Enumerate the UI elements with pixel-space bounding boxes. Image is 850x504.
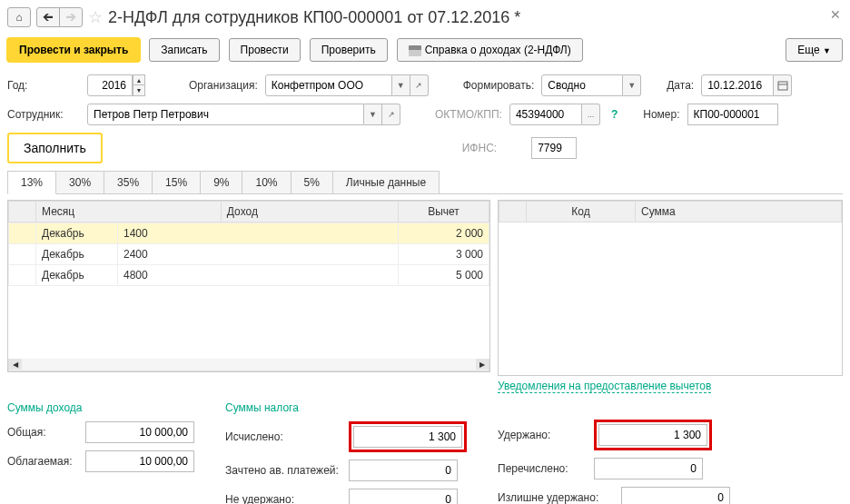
print-report-button[interactable]: Справка о доходах (2-НДФЛ) bbox=[397, 38, 583, 62]
back-button[interactable]: 🡨 bbox=[36, 7, 60, 27]
year-label: Год: bbox=[7, 79, 80, 92]
taxable-income-label: Облагаемая: bbox=[7, 455, 80, 468]
favorite-icon[interactable]: ☆ bbox=[88, 7, 103, 27]
total-income-input[interactable] bbox=[85, 421, 194, 443]
tax-transferred-input[interactable] bbox=[594, 458, 703, 479]
income-sums-header: Суммы дохода bbox=[7, 401, 207, 414]
deductions-link[interactable]: Уведомления на предоставление вычетов bbox=[498, 380, 711, 393]
employee-dropdown-button[interactable]: ▼ bbox=[364, 104, 382, 125]
date-input[interactable] bbox=[701, 74, 774, 96]
form-mode-input[interactable] bbox=[541, 74, 623, 96]
col-code[interactable]: Код bbox=[527, 202, 636, 222]
tab-15pct[interactable]: 15% bbox=[152, 171, 201, 193]
oktmo-input[interactable] bbox=[509, 104, 582, 125]
ifns-input[interactable] bbox=[531, 137, 577, 159]
help-icon[interactable]: ? bbox=[611, 108, 618, 121]
window-title: 2-НДФЛ для сотрудников КП00-000001 от 07… bbox=[108, 8, 520, 27]
tax-advance-label: Зачтено ав. платежей: bbox=[225, 464, 343, 477]
tax-sums-header: Суммы налога bbox=[225, 401, 479, 414]
year-input[interactable] bbox=[87, 74, 133, 96]
more-button[interactable]: Еще ▼ bbox=[786, 38, 843, 62]
org-dropdown-button[interactable]: ▼ bbox=[392, 74, 410, 96]
year-up-button[interactable]: ▲ bbox=[133, 74, 145, 85]
col-income[interactable]: Доход bbox=[221, 202, 398, 222]
form-mode-dropdown-button[interactable]: ▼ bbox=[623, 74, 641, 96]
col-deduct[interactable]: Вычет bbox=[399, 202, 489, 222]
printer-icon bbox=[409, 45, 421, 56]
total-income-label: Общая: bbox=[7, 426, 80, 439]
close-icon[interactable]: ✕ bbox=[830, 7, 841, 22]
org-label: Организация: bbox=[189, 79, 258, 92]
employee-input[interactable] bbox=[87, 104, 364, 125]
post-and-close-button[interactable]: Провести и закрыть bbox=[7, 38, 140, 62]
col-blank bbox=[9, 202, 36, 222]
tax-advance-input[interactable] bbox=[349, 460, 458, 481]
tab-30pct[interactable]: 30% bbox=[55, 171, 104, 193]
date-label: Дата: bbox=[667, 79, 694, 92]
number-label: Номер: bbox=[643, 108, 679, 121]
tab-Личные-данные[interactable]: Личные данные bbox=[332, 171, 440, 193]
tax-calculated-input[interactable] bbox=[353, 426, 462, 448]
tax-notheld-label: Не удержано: bbox=[225, 493, 343, 504]
number-input[interactable] bbox=[687, 104, 778, 125]
col-blank bbox=[499, 202, 527, 222]
ifns-label: ИФНС: bbox=[462, 142, 497, 154]
taxable-income-input[interactable] bbox=[85, 450, 194, 472]
tax-transferred-label: Перечислено: bbox=[498, 462, 588, 475]
tab-5pct[interactable]: 5% bbox=[291, 171, 333, 193]
oktmo-select-button[interactable]: ... bbox=[582, 104, 600, 125]
tax-held-label: Удержано: bbox=[498, 429, 588, 441]
home-button[interactable]: ⌂ bbox=[7, 7, 31, 27]
income-row[interactable]: Декабрь48005 000 bbox=[9, 265, 489, 286]
calendar-icon[interactable] bbox=[774, 74, 792, 96]
tab-13pct[interactable]: 13% bbox=[7, 171, 56, 194]
tab-35pct[interactable]: 35% bbox=[104, 171, 153, 193]
oktmo-label: ОКТМО/КПП: bbox=[435, 108, 502, 121]
scroll-left-button[interactable]: ◀ bbox=[9, 359, 22, 370]
employee-label: Сотрудник: bbox=[7, 108, 80, 121]
form-mode-label: Формировать: bbox=[463, 79, 535, 92]
col-month[interactable]: Месяц bbox=[36, 202, 222, 222]
tax-held-input[interactable] bbox=[598, 424, 707, 446]
forward-button: 🡪 bbox=[59, 7, 83, 27]
tax-notheld-input[interactable] bbox=[349, 489, 458, 504]
fill-button[interactable]: Заполнить bbox=[7, 133, 103, 163]
tax-rate-tabs: 13%30%35%15%9%10%5%Личные данные bbox=[7, 171, 843, 194]
org-open-button[interactable]: ↗ bbox=[410, 74, 429, 96]
income-row[interactable]: Декабрь24003 000 bbox=[9, 244, 489, 265]
tax-overheld-input[interactable] bbox=[621, 487, 730, 504]
tab-10pct[interactable]: 10% bbox=[242, 171, 291, 193]
employee-open-button[interactable]: ↗ bbox=[382, 104, 400, 125]
income-row[interactable]: Декабрь14002 000 bbox=[9, 223, 489, 244]
post-button[interactable]: Провести bbox=[229, 38, 301, 62]
col-sum[interactable]: Сумма bbox=[636, 202, 842, 222]
tab-9pct[interactable]: 9% bbox=[200, 171, 242, 193]
tax-overheld-label: Излишне удержано: bbox=[498, 491, 616, 504]
year-down-button[interactable]: ▼ bbox=[133, 85, 145, 96]
save-button[interactable]: Записать bbox=[149, 38, 219, 62]
scroll-right-button[interactable]: ▶ bbox=[476, 359, 489, 370]
tax-calculated-label: Исчислено: bbox=[225, 430, 343, 443]
svg-rect-0 bbox=[778, 82, 787, 90]
org-input[interactable] bbox=[265, 74, 392, 96]
chevron-down-icon: ▼ bbox=[823, 46, 831, 55]
check-button[interactable]: Проверить bbox=[310, 38, 388, 62]
